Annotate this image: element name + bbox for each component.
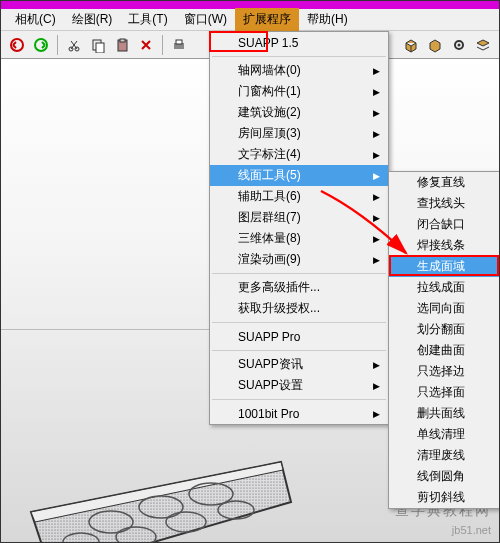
menu-item[interactable]: 获取升级授权... bbox=[210, 298, 388, 319]
menu-camera[interactable]: 相机(C) bbox=[7, 8, 64, 31]
submenu-arrow-icon: ▶ bbox=[373, 66, 380, 76]
submenu-arrow-icon: ▶ bbox=[373, 171, 380, 181]
submenu-arrow-icon: ▶ bbox=[373, 213, 380, 223]
submenu-item-label: 划分翻面 bbox=[417, 321, 465, 338]
submenu-item[interactable]: 创建曲面 bbox=[389, 340, 499, 361]
submenu-item-label: 查找线头 bbox=[417, 195, 465, 212]
menu-help[interactable]: 帮助(H) bbox=[299, 8, 356, 31]
menu-item[interactable]: 更多高级插件... bbox=[210, 277, 388, 298]
layer-icon[interactable] bbox=[473, 35, 493, 55]
menu-item[interactable]: 渲染动画(9)▶ bbox=[210, 249, 388, 270]
submenu-arrow-icon: ▶ bbox=[373, 234, 380, 244]
watermark-site: jb51.net bbox=[452, 524, 491, 536]
menu-item[interactable]: SUAPP Pro bbox=[210, 326, 388, 347]
menu-item[interactable]: 三维体量(8)▶ bbox=[210, 228, 388, 249]
submenu-item-label: 剪切斜线 bbox=[417, 489, 465, 506]
svg-point-11 bbox=[458, 43, 461, 46]
box2-icon[interactable] bbox=[425, 35, 445, 55]
menu-item-label: 获取升级授权... bbox=[238, 300, 320, 317]
menu-item-label: 线面工具(5) bbox=[238, 167, 301, 184]
submenu-item[interactable]: 剪切斜线 bbox=[389, 487, 499, 508]
submenu-item-label: 只选择面 bbox=[417, 384, 465, 401]
menu-item-label: SUAPP设置 bbox=[238, 377, 303, 394]
menu-item[interactable]: SUAPP设置▶ bbox=[210, 375, 388, 396]
menu-item-label: 1001bit Pro bbox=[238, 407, 299, 421]
print-icon[interactable] bbox=[169, 35, 189, 55]
submenu-arrow-icon: ▶ bbox=[373, 87, 380, 97]
menu-window[interactable]: 窗口(W) bbox=[176, 8, 235, 31]
menu-item[interactable]: 辅助工具(6)▶ bbox=[210, 186, 388, 207]
svg-rect-9 bbox=[176, 40, 182, 44]
submenu-item[interactable]: 选同向面 bbox=[389, 298, 499, 319]
submenu-arrow-icon: ▶ bbox=[373, 255, 380, 265]
submenu-item-label: 选同向面 bbox=[417, 300, 465, 317]
submenu-arrow-icon: ▶ bbox=[373, 150, 380, 160]
menu-item[interactable]: SUAPP 1.5 bbox=[210, 32, 388, 53]
menu-item-label: SUAPP 1.5 bbox=[238, 36, 298, 50]
submenu-item[interactable]: 清理废线 bbox=[389, 445, 499, 466]
copy-icon[interactable] bbox=[88, 35, 108, 55]
submenu-item[interactable]: 划分翻面 bbox=[389, 319, 499, 340]
submenu-item-label: 拉线成面 bbox=[417, 279, 465, 296]
submenu-item[interactable]: 拉线成面 bbox=[389, 277, 499, 298]
submenu-item-label: 清理废线 bbox=[417, 447, 465, 464]
menu-item-label: 更多高级插件... bbox=[238, 279, 320, 296]
submenu-item[interactable]: 只选择面 bbox=[389, 382, 499, 403]
menu-item-label: 文字标注(4) bbox=[238, 146, 301, 163]
menu-item[interactable]: 线面工具(5)▶ bbox=[210, 165, 388, 186]
submenu-arrow-icon: ▶ bbox=[373, 108, 380, 118]
menu-item-label: 图层群组(7) bbox=[238, 209, 301, 226]
submenu-item[interactable]: 生成面域 bbox=[389, 256, 499, 277]
undo-icon[interactable] bbox=[7, 35, 27, 55]
submenu-item-label: 单线清理 bbox=[417, 426, 465, 443]
submenu-arrow-icon: ▶ bbox=[373, 409, 380, 419]
menu-item[interactable]: 门窗构件(1)▶ bbox=[210, 81, 388, 102]
menu-item-label: 门窗构件(1) bbox=[238, 83, 301, 100]
submenu-item-label: 删共面线 bbox=[417, 405, 465, 422]
delete-icon[interactable] bbox=[136, 35, 156, 55]
menu-item[interactable]: 1001bit Pro▶ bbox=[210, 403, 388, 424]
submenu-item[interactable]: 只选择边 bbox=[389, 361, 499, 382]
svg-rect-7 bbox=[120, 39, 125, 42]
submenu-item[interactable]: 闭合缺口 bbox=[389, 214, 499, 235]
menu-item-label: 渲染动画(9) bbox=[238, 251, 301, 268]
line-tools-submenu: 修复直线查找线头闭合缺口焊接线条生成面域拉线成面选同向面划分翻面创建曲面只选择边… bbox=[388, 171, 500, 509]
submenu-item[interactable]: 查找线头 bbox=[389, 193, 499, 214]
menu-extensions[interactable]: 扩展程序 bbox=[235, 8, 299, 31]
svg-rect-5 bbox=[96, 43, 104, 53]
menu-item-label: 三维体量(8) bbox=[238, 230, 301, 247]
cut-icon[interactable] bbox=[64, 35, 84, 55]
submenu-item[interactable]: 修复直线 bbox=[389, 172, 499, 193]
submenu-item[interactable]: 删共面线 bbox=[389, 403, 499, 424]
menu-item[interactable]: 房间屋顶(3)▶ bbox=[210, 123, 388, 144]
submenu-item-label: 闭合缺口 bbox=[417, 216, 465, 233]
menu-tools[interactable]: 工具(T) bbox=[120, 8, 175, 31]
redo-icon[interactable] bbox=[31, 35, 51, 55]
menubar: 相机(C) 绘图(R) 工具(T) 窗口(W) 扩展程序 帮助(H) bbox=[1, 9, 499, 31]
paste-icon[interactable] bbox=[112, 35, 132, 55]
extensions-menu: SUAPP 1.5轴网墙体(0)▶门窗构件(1)▶建筑设施(2)▶房间屋顶(3)… bbox=[209, 31, 389, 425]
box-icon[interactable] bbox=[401, 35, 421, 55]
menu-item-label: 房间屋顶(3) bbox=[238, 125, 301, 142]
menu-draw[interactable]: 绘图(R) bbox=[64, 8, 121, 31]
menu-item[interactable]: 文字标注(4)▶ bbox=[210, 144, 388, 165]
menu-item[interactable]: 图层群组(7)▶ bbox=[210, 207, 388, 228]
submenu-item-label: 生成面域 bbox=[417, 258, 465, 275]
submenu-item-label: 创建曲面 bbox=[417, 342, 465, 359]
svg-point-1 bbox=[35, 39, 47, 51]
menu-item[interactable]: 轴网墙体(0)▶ bbox=[210, 60, 388, 81]
menu-item[interactable]: 建筑设施(2)▶ bbox=[210, 102, 388, 123]
menu-item-label: 辅助工具(6) bbox=[238, 188, 301, 205]
submenu-item[interactable]: 线倒圆角 bbox=[389, 466, 499, 487]
submenu-item-label: 只选择边 bbox=[417, 363, 465, 380]
submenu-arrow-icon: ▶ bbox=[373, 360, 380, 370]
menu-item[interactable]: SUAPP资讯▶ bbox=[210, 354, 388, 375]
gear-icon[interactable] bbox=[449, 35, 469, 55]
submenu-item-label: 焊接线条 bbox=[417, 237, 465, 254]
submenu-item-label: 修复直线 bbox=[417, 174, 465, 191]
submenu-item[interactable]: 单线清理 bbox=[389, 424, 499, 445]
submenu-item[interactable]: 焊接线条 bbox=[389, 235, 499, 256]
menu-item-label: 建筑设施(2) bbox=[238, 104, 301, 121]
menu-item-label: SUAPP Pro bbox=[238, 330, 300, 344]
menu-item-label: SUAPP资讯 bbox=[238, 356, 303, 373]
